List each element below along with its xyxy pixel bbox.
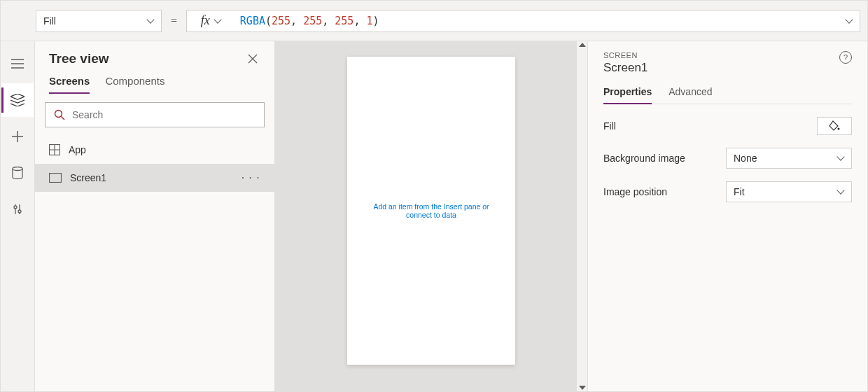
svg-point-0: [13, 167, 22, 171]
tab-properties[interactable]: Properties: [603, 86, 652, 104]
svg-point-1: [14, 206, 17, 209]
properties-type: SCREEN: [603, 51, 648, 59]
chevron-down-icon: [214, 18, 221, 24]
tree-item-label: Screen1: [70, 172, 106, 183]
equals-sign: =: [169, 15, 179, 27]
search-field[interactable]: [72, 109, 255, 120]
properties-tabs: Properties Advanced: [603, 86, 852, 104]
formula-content: fx RGBA(255, 255, 255, 1): [194, 13, 379, 28]
plus-icon: [12, 131, 23, 142]
prop-row-bgimage: Background image None: [603, 148, 852, 169]
svg-rect-5: [50, 174, 62, 183]
paint-bucket-icon: [829, 120, 840, 132]
chevron-down-icon: [147, 18, 154, 24]
scroll-down-icon: [579, 386, 586, 390]
prop-row-imageposition: Image position Fit: [603, 181, 852, 202]
prop-label: Background image: [603, 153, 719, 164]
left-rail: [1, 41, 34, 391]
tree-view-panel: Tree view Screens Components App: [34, 41, 275, 391]
svg-point-2: [18, 210, 21, 213]
property-select[interactable]: Fill: [36, 10, 162, 32]
tree-item-screen1[interactable]: Screen1 · · ·: [35, 164, 274, 192]
menu-button[interactable]: [1, 47, 34, 80]
scroll-up-icon: [579, 43, 586, 47]
tree-item-label: App: [69, 144, 86, 155]
canvas-screen[interactable]: Add an item from the Insert pane or conn…: [347, 57, 515, 365]
prop-label: Image position: [603, 186, 719, 197]
tab-advanced[interactable]: Advanced: [668, 86, 712, 104]
app-icon: [49, 144, 60, 155]
properties-name: Screen1: [603, 61, 648, 75]
imageposition-value: Fit: [734, 186, 745, 197]
help-button[interactable]: ?: [839, 51, 852, 64]
data-button[interactable]: [1, 156, 34, 190]
hamburger-icon: [11, 59, 24, 69]
formula-fn: RGBA: [240, 15, 265, 27]
canvas-area: Add an item from the Insert pane or conn…: [275, 41, 587, 391]
close-button[interactable]: [245, 51, 260, 66]
bgimage-select[interactable]: None: [726, 148, 852, 169]
scrollbar[interactable]: [577, 41, 587, 391]
prop-label: Fill: [603, 120, 810, 132]
tools-icon: [12, 203, 23, 216]
fx-icon: fx: [201, 13, 210, 28]
formula-bar: Fill = fx RGBA(255, 255, 255, 1): [1, 1, 867, 41]
properties-panel: SCREEN Screen1 ? Properties Advanced Fil…: [587, 41, 867, 391]
database-icon: [12, 167, 23, 179]
canvas-hint: Add an item from the Insert pane or conn…: [361, 202, 501, 219]
tab-screens[interactable]: Screens: [49, 75, 90, 94]
property-select-label: Fill: [43, 15, 56, 27]
layers-icon: [10, 94, 24, 106]
prop-row-fill: Fill: [603, 117, 852, 135]
chevron-down-icon[interactable]: [846, 18, 853, 24]
insert-button[interactable]: [1, 120, 34, 153]
screen-icon: [49, 173, 62, 183]
fill-color-button[interactable]: [817, 117, 852, 135]
close-icon: [248, 54, 258, 64]
tree-view-button[interactable]: [1, 83, 34, 117]
more-button[interactable]: · · ·: [241, 173, 260, 183]
svg-point-3: [55, 111, 62, 118]
search-icon: [54, 109, 65, 120]
search-input[interactable]: [45, 102, 265, 127]
tree-view-title: Tree view: [49, 51, 109, 66]
bgimage-value: None: [734, 153, 757, 164]
formula-input[interactable]: fx RGBA(255, 255, 255, 1): [186, 10, 860, 32]
tools-button[interactable]: [1, 192, 34, 226]
chevron-down-icon: [837, 188, 844, 195]
svg-point-6: [837, 127, 839, 130]
tab-components[interactable]: Components: [105, 75, 164, 94]
tree-item-app[interactable]: App: [35, 136, 274, 164]
imageposition-select[interactable]: Fit: [726, 181, 852, 202]
tree-view-tabs: Screens Components: [35, 66, 274, 94]
chevron-down-icon: [837, 155, 844, 162]
